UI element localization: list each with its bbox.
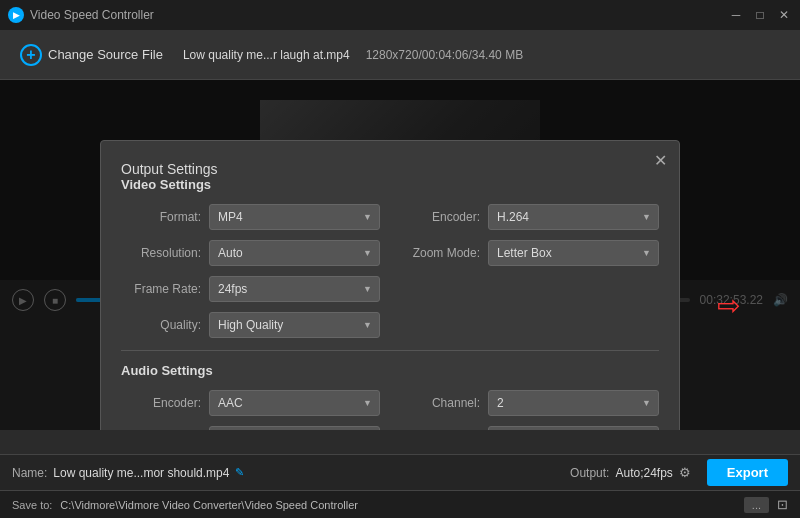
resolution-field: Resolution: Auto1920x1080 [121,240,380,266]
bottom-info: Name: Low quality me...mor should.mp4 ✎ … [0,454,800,490]
quality-select-wrapper: High QualityStandardLow [209,312,380,338]
audio-encoder-select[interactable]: AACMP3 [209,390,380,416]
bitrate-field: Bitrate: 192kbps128kbps256kbps [400,426,659,430]
output-label: Output: [570,466,609,480]
bottom-name-section: Name: Low quality me...mor should.mp4 ✎ [12,466,554,480]
export-button[interactable]: Export [707,459,788,486]
file-name: Low quality me...r laugh at.mp4 [183,48,350,62]
frame-rate-field: Frame Rate: 24fps25fps30fps [121,276,380,302]
zoom-mode-field: Zoom Mode: Letter BoxPan & Scan [400,240,659,266]
app-title: Video Speed Controller [30,8,154,22]
modal-overlay: Output Settings ✕ Video Settings Format:… [0,80,800,430]
zoom-mode-label: Zoom Mode: [400,246,480,260]
bottom-output-section: Output: Auto;24fps ⚙ [570,465,691,480]
output-value: Auto;24fps [615,466,672,480]
arrow-indicator: ⇦ [717,289,740,322]
frame-rate-select-wrapper: 24fps25fps30fps [209,276,380,302]
audio-encoder-label: Encoder: [121,396,201,410]
channel-select[interactable]: 216 [488,390,659,416]
encoder-select-wrapper: H.264H.265 [488,204,659,230]
save-label: Save to: [12,499,52,511]
edit-icon[interactable]: ✎ [235,466,244,479]
maximize-button[interactable]: □ [752,7,768,23]
format-select[interactable]: MP4MOVAVI [209,204,380,230]
frame-rate-label: Frame Rate: [121,282,201,296]
main-area: ▶ ■ 00:32:53.22 🔊 Output Settings ✕ Vide… [0,80,800,430]
quality-label: Quality: [121,318,201,332]
channel-select-wrapper: 216 [488,390,659,416]
add-icon: + [20,44,42,66]
divider [121,350,659,351]
change-source-button[interactable]: + Change Source File [12,40,171,70]
channel-field: Channel: 216 [400,390,659,416]
resolution-label: Resolution: [121,246,201,260]
encoder-select[interactable]: H.264H.265 [488,204,659,230]
save-folder-button[interactable]: ⊡ [777,497,788,512]
format-field: Format: MP4MOVAVI [121,204,380,230]
toolbar: + Change Source File Low quality me...r … [0,30,800,80]
video-settings-grid: Format: MP4MOVAVI Encoder: H.264H.265 [121,204,659,338]
frame-rate-select[interactable]: 24fps25fps30fps [209,276,380,302]
file-info: Low quality me...r laugh at.mp4 1280x720… [183,48,523,62]
save-more-button[interactable]: ... [744,497,769,513]
dialog-close-button[interactable]: ✕ [654,153,667,169]
audio-settings-grid: Encoder: AACMP3 Channel: 216 [121,390,659,430]
quality-select[interactable]: High QualityStandardLow [209,312,380,338]
format-label: Format: [121,210,201,224]
file-meta: 1280x720/00:04:06/34.40 MB [366,48,523,62]
resolution-select[interactable]: Auto1920x1080 [209,240,380,266]
title-bar: ▶ Video Speed Controller ─ □ ✕ [0,0,800,30]
zoom-mode-select-wrapper: Letter BoxPan & Scan [488,240,659,266]
app-icon: ▶ [8,7,24,23]
output-settings-dialog: Output Settings ✕ Video Settings Format:… [100,140,680,430]
sample-rate-field: Sample Rate: 44100Hz22050Hz [121,426,380,430]
resolution-select-wrapper: Auto1920x1080 [209,240,380,266]
zoom-mode-select[interactable]: Letter BoxPan & Scan [488,240,659,266]
minimize-button[interactable]: ─ [728,7,744,23]
encoder-field: Encoder: H.264H.265 [400,204,659,230]
audio-encoder-field: Encoder: AACMP3 [121,390,380,416]
sample-rate-select[interactable]: 44100Hz22050Hz [209,426,380,430]
encoder-label: Encoder: [400,210,480,224]
change-source-label: Change Source File [48,47,163,62]
video-settings-title: Video Settings [121,177,659,192]
dialog-title: Output Settings [121,161,218,177]
name-label: Name: [12,466,47,480]
format-select-wrapper: MP4MOVAVI [209,204,380,230]
title-bar-left: ▶ Video Speed Controller [8,7,154,23]
title-bar-controls: ─ □ ✕ [728,7,792,23]
save-path: C:\Vidmore\Vidmore Video Converter\Video… [60,499,735,511]
bitrate-select-wrapper: 192kbps128kbps256kbps [488,426,659,430]
audio-encoder-select-wrapper: AACMP3 [209,390,380,416]
settings-icon[interactable]: ⚙ [679,465,691,480]
quality-field: Quality: High QualityStandardLow [121,312,380,338]
bitrate-select[interactable]: 192kbps128kbps256kbps [488,426,659,430]
audio-settings-title: Audio Settings [121,363,659,378]
channel-label: Channel: [400,396,480,410]
bottom-bar: Name: Low quality me...mor should.mp4 ✎ … [0,454,800,518]
sample-rate-select-wrapper: 44100Hz22050Hz [209,426,380,430]
name-value: Low quality me...mor should.mp4 [53,466,229,480]
close-button[interactable]: ✕ [776,7,792,23]
bottom-save: Save to: C:\Vidmore\Vidmore Video Conver… [0,490,800,518]
